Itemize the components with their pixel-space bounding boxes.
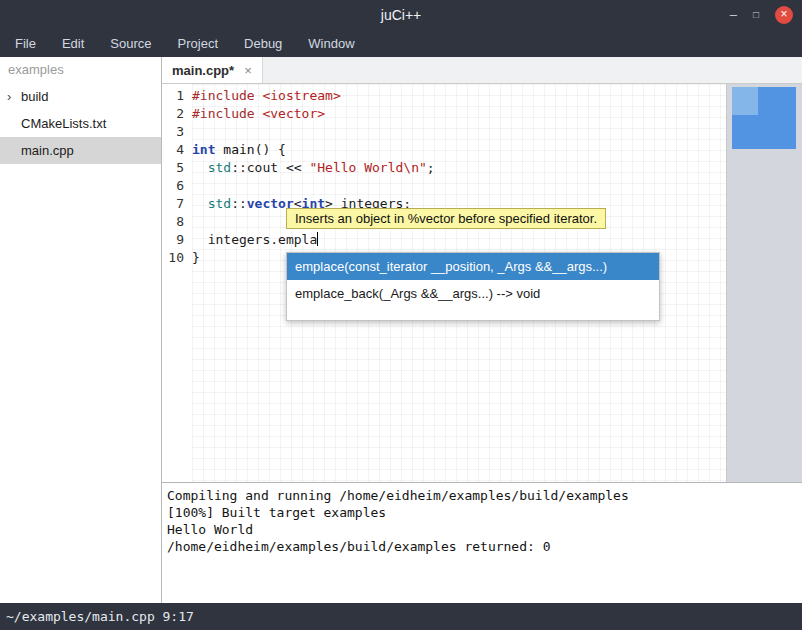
line-number: 6 [162,177,189,195]
editor-pane: main.cpp* × 1#include <iostream>2#includ… [162,57,802,603]
tree-item-cmakelists-txt[interactable]: CMakeLists.txt [0,110,161,137]
autocomplete-item-0[interactable]: emplace(const_iterator __position, _Args… [287,253,659,280]
overview-scrollbar[interactable] [726,84,802,482]
minimize-button[interactable]: – [730,6,737,24]
code-line-6[interactable]: 6 [162,177,726,195]
line-number: 5 [162,159,189,177]
code-text: } [192,249,200,267]
tree-item-label: build [21,89,48,104]
tab-main-cpp[interactable]: main.cpp* × [162,57,263,83]
terminal-line: Hello World [167,521,797,538]
line-number: 1 [162,87,189,105]
app-window: juCi++ –□× FileEditSourceProjectDebugWin… [0,0,802,630]
code-lines: 1#include <iostream>2#include <vector>34… [162,84,726,267]
window-title: juCi++ [0,0,802,30]
terminal-line: Compiling and running /home/eidheim/exam… [167,487,797,504]
code-text: #include <iostream> [192,87,341,105]
sidebar: examples ›buildCMakeLists.txtmain.cpp [0,57,162,603]
menu-item-source[interactable]: Source [97,30,164,57]
menu-item-file[interactable]: File [2,30,49,57]
status-file-position: ~/examples/main.cpp 9:17 [6,609,194,624]
line-number: 7 [162,195,189,213]
doc-tooltip: Inserts an object in %vector before spec… [286,208,606,229]
terminal-output[interactable]: Compiling and running /home/eidheim/exam… [162,482,802,603]
autocomplete-item-1[interactable]: emplace_back(_Args &&__args...) --> void [287,280,659,307]
terminal-line: /home/eidheim/examples/build/examples re… [167,538,797,555]
menu-item-window[interactable]: Window [295,30,367,57]
terminal-line: [100%] Built target examples [167,504,797,521]
close-button[interactable]: × [775,6,793,24]
menu-item-project[interactable]: Project [165,30,231,57]
code-line-4[interactable]: 4int main() { [162,141,726,159]
tab-close-icon[interactable]: × [244,63,252,78]
line-number: 4 [162,141,189,159]
maximize-button[interactable]: □ [753,6,759,24]
line-number: 3 [162,123,189,141]
code-line-3[interactable]: 3 [162,123,726,141]
line-number: 2 [162,105,189,123]
code-line-1[interactable]: 1#include <iostream> [162,87,726,105]
menu-item-edit[interactable]: Edit [49,30,97,57]
tree-item-build[interactable]: ›build [0,83,161,110]
text-cursor [317,232,318,246]
chevron-right-icon[interactable]: › [7,89,21,104]
code-text: int main() { [192,141,286,159]
line-number: 8 [162,213,189,231]
statusbar: ~/examples/main.cpp 9:17 [0,603,802,630]
tab-label: main.cpp* [172,63,234,78]
tabbar: main.cpp* × [162,57,802,84]
code-editor[interactable]: 1#include <iostream>2#include <vector>34… [162,84,726,482]
tree-item-label: main.cpp [21,143,74,158]
code-line-2[interactable]: 2#include <vector> [162,105,726,123]
code-line-5[interactable]: 5 std::cout << "Hello World\n"; [162,159,726,177]
file-tree: ›buildCMakeLists.txtmain.cpp [0,83,161,164]
code-text: std::cout << "Hello World\n"; [192,159,435,177]
tree-item-main-cpp[interactable]: main.cpp [0,137,161,164]
menu-item-debug[interactable]: Debug [231,30,295,57]
project-name: examples [0,57,161,83]
line-number: 10 [162,249,189,267]
overview-highlight [732,87,758,115]
code-line-9[interactable]: 9 integers.empla [162,231,726,249]
editor: 1#include <iostream>2#include <vector>34… [162,84,802,482]
code-text: #include <vector> [192,105,325,123]
main-area: examples ›buildCMakeLists.txtmain.cpp ma… [0,57,802,603]
titlebar: juCi++ –□× [0,0,802,30]
autocomplete-popup: emplace(const_iterator __position, _Args… [286,252,660,321]
overview-slider[interactable] [732,87,796,149]
line-number: 9 [162,231,189,249]
code-text: integers.empla [192,231,318,249]
window-controls: –□× [730,0,793,30]
menubar: FileEditSourceProjectDebugWindow [0,30,802,57]
tree-item-label: CMakeLists.txt [21,116,106,131]
